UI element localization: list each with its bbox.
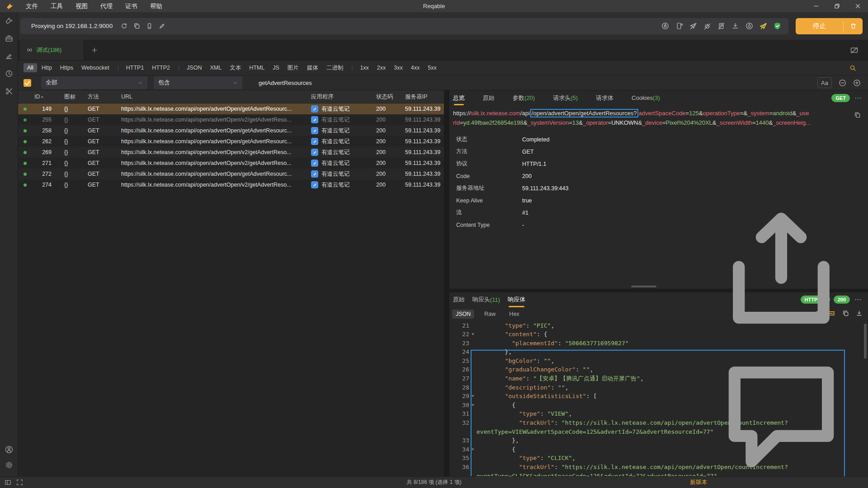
search-icon[interactable] xyxy=(849,65,856,71)
table-row[interactable]: 255{}GEThttps://silk.lx.netease.com/api/… xyxy=(18,114,444,125)
close-button[interactable] xyxy=(847,0,868,12)
column-header-URL[interactable]: URL xyxy=(115,94,305,100)
filter-chip-文本[interactable]: 文本 xyxy=(226,63,245,73)
column-header-方法[interactable]: 方法 xyxy=(84,93,115,101)
table-row[interactable]: 269{}GEThttps://silk.lx.netease.com/api/… xyxy=(18,147,444,158)
fullscreen-icon[interactable] xyxy=(16,479,23,486)
collapse-arrow-icon[interactable]: ▼ xyxy=(469,330,476,339)
menu-item[interactable]: 证书 xyxy=(119,0,144,12)
table-row[interactable]: 258{}GEThttps://silk.lx.netease.com/api/… xyxy=(18,125,444,136)
horizontal-scrollbar[interactable] xyxy=(631,286,656,287)
restore-button[interactable] xyxy=(826,0,847,12)
proxy-address-field[interactable]: Proxying on 192.168.1.2:9000 xyxy=(20,18,788,34)
toolbox-icon[interactable] xyxy=(5,34,13,42)
filter-chip-All[interactable]: All xyxy=(24,63,37,72)
menu-item[interactable]: 文件 xyxy=(19,0,44,12)
column-header-状态码[interactable]: 状态码 xyxy=(373,93,401,101)
copy-url-icon[interactable] xyxy=(854,112,861,118)
export-icon[interactable] xyxy=(713,203,849,339)
menu-item[interactable]: 帮助 xyxy=(144,0,169,12)
collapse-arrow-icon[interactable]: ▼ xyxy=(469,445,476,454)
history-icon[interactable] xyxy=(5,70,13,78)
body-tab-JSON[interactable]: JSON xyxy=(452,310,474,319)
filter-chip-Http[interactable]: Http xyxy=(38,63,56,72)
filter-checkbox[interactable] xyxy=(24,79,31,87)
filter-chip-Websocket[interactable]: Websocket xyxy=(78,63,113,72)
tab-参数[interactable]: 参数(20) xyxy=(513,90,535,105)
filter-chip-3xx[interactable]: 3xx xyxy=(390,63,406,72)
column-header-服务器IP[interactable]: 服务器IP xyxy=(401,93,444,101)
panel-toggle-icon[interactable] xyxy=(5,479,11,486)
refresh-icon[interactable] xyxy=(121,23,127,29)
scope-select[interactable]: 全部 xyxy=(41,76,147,89)
minimize-button[interactable] xyxy=(806,0,826,12)
edit-pencil-icon[interactable] xyxy=(159,23,165,29)
collapse-arrow-icon[interactable]: ▼ xyxy=(469,392,476,401)
certificate-shield-icon[interactable] xyxy=(774,22,781,30)
clear-button[interactable] xyxy=(844,23,863,29)
tab-请求头[interactable]: 请求头(5) xyxy=(553,90,578,105)
mode-select[interactable]: 包含 xyxy=(154,76,242,89)
menu-item[interactable]: 代理 xyxy=(94,0,119,12)
filter-chip-2xx[interactable]: 2xx xyxy=(373,63,389,72)
vertical-scrollbar[interactable] xyxy=(864,324,867,359)
feedback-icon[interactable] xyxy=(713,347,849,483)
match-case-toggle[interactable]: Aa xyxy=(817,77,832,88)
stop-button[interactable]: 停止 xyxy=(796,18,863,34)
compose-icon[interactable] xyxy=(5,52,13,60)
drop-icon[interactable] xyxy=(745,22,753,30)
add-filter-icon[interactable] xyxy=(853,79,861,87)
tab-请求体[interactable]: 请求体 xyxy=(596,90,613,105)
tab-原始[interactable]: 原始 xyxy=(483,90,495,105)
column-header-应用程序[interactable]: 应用程序 xyxy=(305,93,373,101)
menu-item[interactable]: 视图 xyxy=(69,0,94,12)
more-menu-icon[interactable]: ⋯ xyxy=(854,94,862,102)
copy-icon[interactable] xyxy=(133,23,140,29)
collapse-arrow-icon[interactable]: ▼ xyxy=(469,401,476,410)
filter-chip-HTTP2[interactable]: HTTP2 xyxy=(148,63,174,72)
tab-响应体[interactable]: 响应体 xyxy=(508,292,525,307)
filter-chip-媒体[interactable]: 媒体 xyxy=(303,63,322,73)
table-row[interactable]: 274{}GEThttps://silk.lx.netease.com/api/… xyxy=(18,179,444,190)
table-row[interactable]: 262{}GEThttps://silk.lx.netease.com/api/… xyxy=(18,136,444,147)
settings-gear-icon[interactable] xyxy=(5,461,13,469)
account-icon[interactable] xyxy=(5,446,13,454)
ssl-lock-icon[interactable] xyxy=(661,22,669,30)
filter-chip-XML[interactable]: XML xyxy=(206,63,225,72)
scissors-icon[interactable] xyxy=(5,87,13,95)
tab-响应头[interactable]: 响应头(11) xyxy=(472,292,500,307)
tab-总览[interactable]: 总览 xyxy=(453,90,465,105)
column-header-ID[interactable]: ID˄ xyxy=(32,94,55,100)
more-menu-icon[interactable]: ⋯ xyxy=(854,296,862,304)
device-disconnect-icon[interactable] xyxy=(675,22,683,30)
tab-Cookies[interactable]: Cookies(3) xyxy=(632,90,660,105)
download-icon[interactable] xyxy=(856,310,863,317)
new-tab-button[interactable] xyxy=(84,40,105,60)
filter-chip-Https[interactable]: Https xyxy=(57,63,77,72)
filter-chip-HTML[interactable]: HTML xyxy=(245,63,268,72)
tab-debug[interactable]: 调试(186) xyxy=(20,40,84,60)
send-off-icon[interactable] xyxy=(689,22,697,30)
script-off-icon[interactable] xyxy=(717,22,725,30)
search-query[interactable]: getAdvertResources xyxy=(259,80,312,86)
filter-chip-二进制[interactable]: 二进制 xyxy=(323,63,347,73)
bug-off-icon[interactable] xyxy=(703,22,711,30)
column-header-图标[interactable]: 图标 xyxy=(55,93,84,101)
tab-原始[interactable]: 原始 xyxy=(453,292,465,307)
remove-filter-icon[interactable] xyxy=(839,79,846,87)
body-tab-Hex[interactable]: Hex xyxy=(505,310,523,319)
filter-chip-图片[interactable]: 图片 xyxy=(284,63,302,73)
body-tab-Raw[interactable]: Raw xyxy=(481,310,499,319)
filter-chip-JS[interactable]: JS xyxy=(269,63,283,72)
menu-item[interactable]: 工具 xyxy=(44,0,69,12)
table-row[interactable]: 149{}GEThttps://silk.lx.netease.com/api/… xyxy=(18,103,444,114)
bird-icon[interactable] xyxy=(5,17,13,25)
filter-chip-JSON[interactable]: JSON xyxy=(183,63,205,72)
filter-chip-1xx[interactable]: 1xx xyxy=(356,63,372,72)
filter-chip-5xx[interactable]: 5xx xyxy=(424,63,440,72)
screen-mirror-off-icon[interactable] xyxy=(850,47,858,54)
filter-chip-HTTP1[interactable]: HTTP1 xyxy=(123,63,148,72)
table-row[interactable]: 271{}GEThttps://silk.lx.netease.com/api/… xyxy=(18,158,444,169)
vertical-splitter[interactable] xyxy=(444,90,449,476)
phone-icon[interactable] xyxy=(146,23,153,29)
